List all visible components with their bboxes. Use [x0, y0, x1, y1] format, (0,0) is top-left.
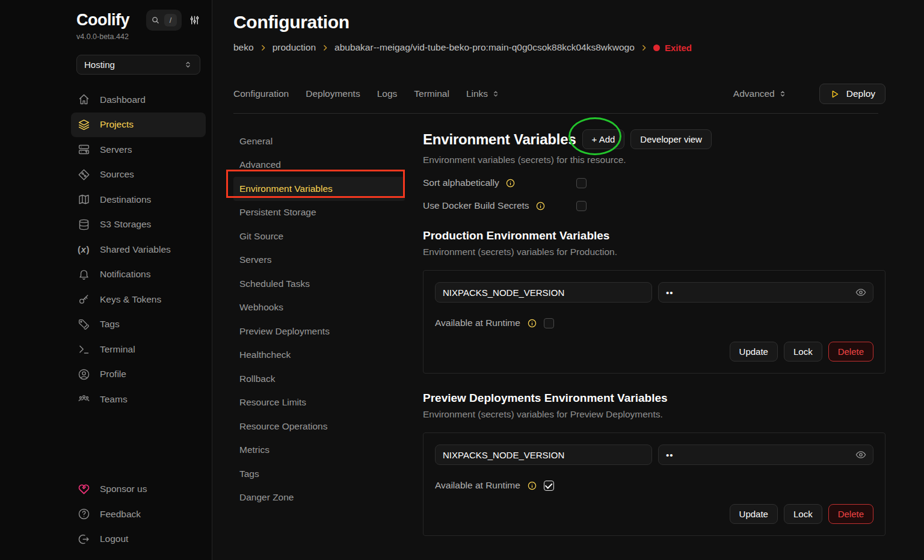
sidebar-item-label: Tags — [100, 319, 120, 330]
developer-view-button[interactable]: Developer view — [630, 129, 712, 149]
tags-icon — [77, 318, 90, 331]
eye-icon[interactable] — [855, 286, 867, 298]
app-version: v4.0.0-beta.442 — [76, 32, 200, 41]
info-icon[interactable] — [527, 318, 537, 328]
settings-nav: General Advanced Environment Variables P… — [233, 129, 405, 536]
settings-nav-general[interactable]: General — [233, 129, 405, 153]
settings-nav-resource-limits[interactable]: Resource Limits — [233, 391, 405, 415]
breadcrumb-environment[interactable]: production — [273, 42, 316, 53]
search-button[interactable]: / — [146, 10, 182, 31]
sidebar-item-teams[interactable]: Teams — [71, 387, 206, 412]
available-at-runtime-checkbox[interactable] — [544, 318, 554, 328]
status-dot-icon — [653, 45, 660, 51]
tab-configuration[interactable]: Configuration — [233, 88, 289, 99]
available-at-runtime-checkbox[interactable] — [544, 481, 554, 491]
tab-links[interactable]: Links — [466, 88, 500, 99]
layers-icon — [77, 118, 90, 131]
settings-nav-preview-deployments[interactable]: Preview Deployments — [233, 319, 405, 343]
sidebar-item-projects[interactable]: Projects — [71, 112, 206, 138]
sort-alphabetically-label: Sort alphabetically — [423, 177, 499, 188]
info-icon[interactable] — [535, 201, 546, 211]
sidebar-item-label: Sources — [100, 169, 134, 180]
info-icon[interactable] — [527, 481, 537, 491]
update-button[interactable]: Update — [730, 504, 778, 524]
sidebar-item-label: Sponsor us — [100, 484, 147, 494]
sidebar-item-keys-tokens[interactable]: Keys & Tokens — [71, 287, 206, 312]
sidebar-item-servers[interactable]: Servers — [71, 137, 206, 162]
sidebar-header: Coolify / — [76, 10, 200, 31]
chevron-right-icon — [259, 44, 267, 52]
settings-nav-advanced[interactable]: Advanced — [233, 153, 405, 177]
lock-button[interactable]: Lock — [784, 504, 822, 524]
sidebar-item-shared-variables[interactable]: (x) Shared Variables — [71, 237, 206, 262]
env-var-value-input[interactable] — [658, 445, 873, 465]
production-section-subtitle: Environment (secrets) variables for Prod… — [423, 247, 886, 257]
sidebar-item-feedback[interactable]: Feedback — [71, 502, 206, 527]
env-var-name-input[interactable] — [435, 282, 652, 303]
sort-alphabetically-row: Sort alphabetically — [423, 177, 886, 188]
sidebar-item-dashboard[interactable]: Dashboard — [71, 87, 206, 112]
delete-button[interactable]: Delete — [828, 342, 873, 362]
settings-nav-environment-variables[interactable]: Environment Variables — [233, 177, 405, 201]
key-icon — [77, 293, 90, 306]
settings-nav-resource-operations[interactable]: Resource Operations — [233, 414, 405, 438]
sidebar-item-terminal[interactable]: Terminal — [71, 337, 206, 362]
sidebar-item-sponsor[interactable]: Sponsor us — [71, 477, 206, 502]
chevron-up-down-icon — [778, 90, 787, 98]
settings-nav-scheduled-tasks[interactable]: Scheduled Tasks — [233, 272, 405, 296]
sidebar-item-tags[interactable]: Tags — [71, 312, 206, 337]
settings-nav-metrics[interactable]: Metrics — [233, 438, 405, 463]
status-badge: Exited — [653, 43, 692, 53]
docker-build-secrets-checkbox[interactable] — [576, 201, 587, 211]
sidebar-item-destinations[interactable]: Destinations — [71, 187, 206, 212]
advanced-dropdown[interactable]: Advanced — [733, 88, 787, 99]
deploy-button[interactable]: Deploy — [819, 84, 886, 104]
sidebar-nav: Dashboard Projects Servers Sources Desti… — [76, 87, 200, 412]
env-var-value-input[interactable] — [658, 282, 873, 303]
sidebar-item-label: Shared Variables — [100, 244, 171, 255]
sidebar-item-label: Profile — [100, 369, 126, 380]
tab-terminal[interactable]: Terminal — [414, 88, 449, 99]
panel-subtitle: Environment variables (secrets) for this… — [423, 155, 886, 165]
info-icon[interactable] — [505, 178, 516, 188]
eye-icon[interactable] — [855, 449, 867, 461]
settings-nav-git-source[interactable]: Git Source — [233, 224, 405, 248]
chevron-up-down-icon — [491, 90, 500, 98]
sidebar-item-profile[interactable]: Profile — [71, 362, 206, 387]
settings-nav-danger-zone[interactable]: Danger Zone — [233, 486, 405, 510]
adjustments-icon[interactable] — [189, 14, 200, 26]
server-icon — [77, 143, 90, 156]
sidebar-item-notifications[interactable]: Notifications — [71, 262, 206, 288]
sidebar-item-label: Feedback — [100, 509, 141, 520]
user-circle-icon — [77, 368, 90, 381]
sidebar-item-label: Teams — [100, 394, 128, 405]
settings-nav-webhooks[interactable]: Webhooks — [233, 296, 405, 320]
settings-nav-servers[interactable]: Servers — [233, 248, 405, 272]
git-icon — [77, 168, 90, 181]
sidebar-item-s3-storages[interactable]: S3 Storages — [71, 212, 206, 238]
help-circle-icon — [77, 508, 90, 521]
sidebar-item-sources[interactable]: Sources — [71, 162, 206, 188]
sidebar-item-label: Keys & Tokens — [100, 294, 161, 305]
tab-deployments[interactable]: Deployments — [306, 88, 360, 99]
delete-button[interactable]: Delete — [828, 504, 873, 524]
chevron-right-icon — [321, 44, 329, 52]
breadcrumb-project[interactable]: beko — [233, 42, 254, 53]
chevron-up-down-icon — [183, 60, 192, 69]
available-at-runtime-row: Available at Runtime — [435, 480, 873, 491]
update-button[interactable]: Update — [730, 342, 778, 362]
add-variable-button[interactable]: + Add — [582, 129, 625, 149]
settings-nav-healthcheck[interactable]: Healthcheck — [233, 343, 405, 368]
workspace-select[interactable]: Hosting — [76, 55, 200, 75]
lock-button[interactable]: Lock — [784, 342, 822, 362]
sort-alphabetically-checkbox[interactable] — [576, 178, 587, 188]
page-title: Configuration — [233, 12, 886, 32]
breadcrumb-resource[interactable]: abubakar--meigag/vid-tube-beko-pro:main-… — [334, 42, 635, 53]
sidebar-item-logout[interactable]: Logout — [71, 527, 206, 552]
env-var-name-input[interactable] — [435, 445, 652, 465]
settings-nav-rollback[interactable]: Rollback — [233, 367, 405, 391]
tab-logs[interactable]: Logs — [377, 88, 398, 99]
slash-key-badge: / — [164, 14, 177, 26]
settings-nav-tags[interactable]: Tags — [233, 462, 405, 486]
settings-nav-persistent-storage[interactable]: Persistent Storage — [233, 201, 405, 225]
